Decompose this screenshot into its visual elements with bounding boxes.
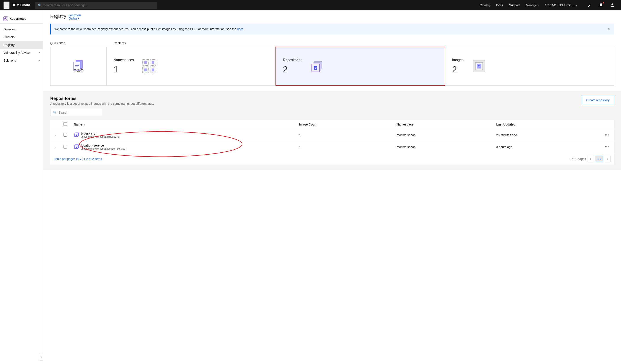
prev-page-button[interactable]: ‹ xyxy=(588,156,593,162)
sidebar-collapse-button[interactable]: ‹ xyxy=(39,354,43,361)
th-checkbox xyxy=(60,120,70,129)
banner-close-button[interactable]: × xyxy=(607,26,611,32)
repositories-card-info: Repositories 2 xyxy=(283,58,302,74)
app-layout: Kubernetes Overview Clusters Registry Vu… xyxy=(0,10,621,364)
cards-section: Quick Start Contents xyxy=(43,38,621,86)
expand-button-1[interactable]: › xyxy=(54,144,57,150)
th-expand xyxy=(50,120,60,129)
images-label: Images xyxy=(452,58,464,62)
repo-name-0[interactable]: bluesky_ui xyxy=(81,132,120,135)
row-checkbox-1[interactable] xyxy=(64,145,67,149)
items-per-page-value[interactable]: 10 ▾ xyxy=(76,157,81,161)
quick-start-icon: 1 2 3 xyxy=(70,57,87,75)
repositories-label: Repositories xyxy=(283,58,302,62)
select-all-checkbox[interactable] xyxy=(64,122,67,126)
top-nav: ☰ IBM Cloud 🔍 Catalog Docs Support Manag… xyxy=(0,0,621,10)
banner-text: Welcome to the new Container Registry ex… xyxy=(54,27,244,31)
repositories-section: Repositories A repository is a set of re… xyxy=(43,91,621,170)
va-chevron: ▾ xyxy=(39,52,40,54)
notification-icon-button[interactable] xyxy=(596,0,606,10)
th-name[interactable]: Name ↑ xyxy=(70,120,296,129)
global-search-input[interactable] xyxy=(43,3,154,7)
expand-button-0[interactable]: › xyxy=(54,132,57,138)
location-value[interactable]: Dallas ▾ xyxy=(69,17,81,20)
edit-icon-button[interactable] xyxy=(585,0,595,10)
images-card-info: Images 2 xyxy=(452,58,464,74)
repositories-card[interactable]: Repositories 2 xyxy=(276,47,445,86)
repos-description: A repository is a set of related images … xyxy=(50,102,154,105)
table-row: › xyxy=(50,129,614,141)
current-page-button[interactable]: 1 ▾ xyxy=(595,156,603,162)
items-per-page: Items per page: 10 ▾ | 1-2 of 2 items xyxy=(54,157,102,161)
th-last-updated: Last Updated xyxy=(493,120,600,129)
th-actions xyxy=(600,120,614,129)
nav-support[interactable]: Support xyxy=(507,0,522,10)
svg-rect-20 xyxy=(152,69,154,71)
images-card[interactable]: Images 2 xyxy=(445,47,614,86)
svg-point-31 xyxy=(478,66,480,67)
svg-point-36 xyxy=(76,134,77,135)
sidebar-item-overview[interactable]: Overview xyxy=(0,25,43,33)
global-search-container: 🔍 xyxy=(35,2,157,9)
items-per-page-chevron: ▾ xyxy=(80,158,81,160)
svg-text:3: 3 xyxy=(82,70,83,72)
nav-docs[interactable]: Docs xyxy=(494,0,506,10)
namespaces-card-info: Namespaces 1 xyxy=(114,58,134,74)
nav-catalog[interactable]: Catalog xyxy=(477,0,493,10)
create-repository-button[interactable]: Create repository xyxy=(582,96,614,104)
sidebar-item-clusters[interactable]: Clusters xyxy=(0,33,43,41)
checkbox-cell-0 xyxy=(60,129,70,141)
quick-start-card[interactable]: 1 2 3 xyxy=(50,47,107,86)
nav-account[interactable]: 1813441 - IBM PoC ... ▾ xyxy=(542,0,579,10)
sidebar-item-solutions-label: Solutions xyxy=(3,59,16,62)
top-nav-actions xyxy=(585,0,618,10)
checkbox-cell-1 xyxy=(60,141,70,153)
table-footer: Items per page: 10 ▾ | 1-2 of 2 items 1 … xyxy=(50,153,614,165)
svg-rect-19 xyxy=(144,69,147,71)
user-icon-button[interactable] xyxy=(607,0,618,10)
overflow-menu-button-1[interactable]: ••• xyxy=(603,144,611,150)
overflow-menu-button-0[interactable]: ••• xyxy=(603,132,611,138)
banner-docs-link[interactable]: docs xyxy=(237,27,244,31)
items-range: 1-2 of 2 items xyxy=(84,157,102,161)
sidebar-item-registry-label: Registry xyxy=(3,43,15,47)
namespaces-label: Namespaces xyxy=(114,58,134,62)
nav-manage[interactable]: Manage ▾ xyxy=(523,0,541,10)
location-label: LOCATION xyxy=(69,14,81,17)
contents-label: Contents xyxy=(107,41,614,45)
namespace-cell-0: mohworkshop xyxy=(393,129,493,141)
next-page-button[interactable]: › xyxy=(605,156,611,162)
repo-search-input[interactable] xyxy=(58,111,100,114)
table-row: › xyxy=(50,141,614,153)
images-icon xyxy=(470,57,488,75)
manage-chevron: ▾ xyxy=(537,4,539,6)
repo-name-1[interactable]: location-service xyxy=(81,144,125,147)
repos-title: Repositories xyxy=(50,96,154,101)
row-checkbox-0[interactable] xyxy=(64,133,67,137)
sidebar-item-solutions[interactable]: Solutions ▾ xyxy=(0,57,43,64)
search-icon: 🔍 xyxy=(53,111,57,114)
image-count-cell-1: 1 xyxy=(296,141,393,153)
sidebar-item-vulnerability-advisor[interactable]: Vulnerability Advisor ▾ xyxy=(0,49,43,57)
sidebar-item-registry[interactable]: Registry xyxy=(0,41,43,49)
search-icon-nav: 🔍 xyxy=(38,3,42,7)
pagination: 1 of 1 pages ‹ 1 ▾ › xyxy=(569,156,611,162)
items-per-page-label: Items per page: xyxy=(54,157,75,161)
svg-point-41 xyxy=(76,146,77,147)
svg-rect-3 xyxy=(74,62,80,70)
kubernetes-icon xyxy=(3,17,8,21)
location-chevron: ▾ xyxy=(78,17,79,20)
expand-cell-0: › xyxy=(50,129,60,141)
repositories-table: Name ↑ Image Count Namespace Last Update… xyxy=(50,120,614,153)
svg-point-1 xyxy=(5,18,6,19)
namespaces-card[interactable]: Namespaces 1 xyxy=(107,47,276,86)
repos-header: Repositories A repository is a set of re… xyxy=(50,96,614,105)
th-namespace: Namespace xyxy=(393,120,493,129)
menu-icon[interactable]: ☰ xyxy=(3,1,10,9)
location-selector[interactable]: LOCATION Dallas ▾ xyxy=(69,14,81,20)
svg-text:1: 1 xyxy=(75,70,76,72)
repo-url-0: us.icr.io/mohworkshop/bluesky_ui xyxy=(81,135,120,138)
cards-row: 1 2 3 Namespaces 1 xyxy=(50,47,614,86)
name-cell-0: bluesky_ui us.icr.io/mohworkshop/bluesky… xyxy=(70,129,296,141)
page-title: Registry xyxy=(50,14,66,19)
